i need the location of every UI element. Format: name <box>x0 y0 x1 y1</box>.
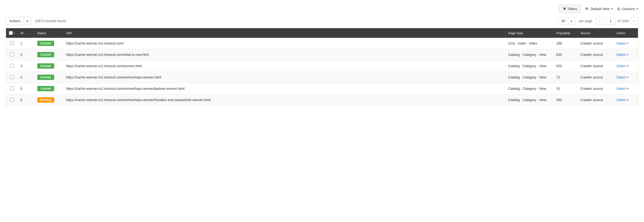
data-table: ▾ ID ↓ Status URI Page Type Popularity <box>6 28 638 106</box>
row-source: Crawler source <box>578 38 614 49</box>
row-action[interactable]: Select <box>614 60 638 72</box>
row-checkbox-cell[interactable] <box>6 94 18 106</box>
per-page-label: per page <box>579 19 592 23</box>
view-caret-icon <box>611 8 613 10</box>
toolbar-right: 20 per page ‹ of 1044 › <box>558 17 638 25</box>
status-badge: Cached <box>37 41 54 46</box>
columns-selector[interactable]: ⚙ Columns <box>617 7 638 11</box>
header-checkbox-caret-icon[interactable]: ▾ <box>14 32 15 34</box>
row-checkbox-cell[interactable] <box>6 83 18 94</box>
th-uri[interactable]: URI <box>64 28 506 38</box>
row-checkbox-cell[interactable] <box>6 60 18 72</box>
chevron-left-icon: ‹ <box>600 19 601 23</box>
row-action-select[interactable]: Select <box>616 42 636 45</box>
pagination-prev-button[interactable]: ‹ <box>596 17 604 25</box>
per-page-value: 20 <box>558 17 568 24</box>
filters-button[interactable]: Filters <box>559 5 581 13</box>
row-pagetype: Catalog · Category · View <box>506 72 554 83</box>
row-action-select[interactable]: Select <box>616 64 636 68</box>
row-action-select[interactable]: Select <box>616 87 636 90</box>
row-checkbox-cell[interactable] <box>6 38 18 49</box>
row-id: 6 <box>18 94 35 106</box>
status-badge: Cached <box>37 52 54 57</box>
columns-label: Columns <box>622 7 635 11</box>
records-count: 20873 records found <box>35 19 66 23</box>
row-source: Crawler source <box>578 49 614 60</box>
select-all-checkbox[interactable] <box>9 31 13 35</box>
row-checkbox-cell[interactable] <box>6 49 18 60</box>
row-uri: https://cache-warmer.m2.mirasvit.com/wom… <box>64 94 506 106</box>
status-badge: Cached <box>37 75 54 80</box>
chevron-right-icon: › <box>634 19 635 23</box>
table-row: 5 Cached https://cache-warmer.m2.mirasvi… <box>6 83 638 94</box>
row-action[interactable]: Select <box>614 94 638 106</box>
table-row: 2 Cached https://cache-warmer.m2.mirasvi… <box>6 49 638 60</box>
row-uri: https://cache-warmer.m2.mirasvit.com/wom… <box>64 83 506 94</box>
action-caret-icon <box>627 66 628 67</box>
th-uri-label: URI <box>66 31 72 35</box>
row-id: 2 <box>18 49 35 60</box>
row-status: Pending <box>35 94 64 106</box>
row-action-select[interactable]: Select <box>616 75 636 79</box>
row-checkbox[interactable] <box>10 75 14 79</box>
default-view-selector[interactable]: 👁 Default View <box>585 6 613 12</box>
row-status: Cached <box>35 83 64 94</box>
row-status: Cached <box>35 38 64 49</box>
th-popularity[interactable]: Popularity <box>554 28 578 38</box>
th-id[interactable]: ID ↓ <box>18 28 35 38</box>
sort-indicator-icon: ↓ <box>26 32 27 35</box>
row-id: 5 <box>18 83 35 94</box>
action-caret-icon <box>627 54 628 56</box>
gear-icon: ⚙ <box>617 7 620 11</box>
th-pagetype-label: Page Type <box>508 31 523 35</box>
row-action[interactable]: Select <box>614 83 638 94</box>
row-pagetype: Catalog · Category · View <box>506 94 554 106</box>
row-action[interactable]: Select <box>614 49 638 60</box>
row-action-select[interactable]: Select <box>616 98 636 102</box>
row-id: 4 <box>18 72 35 83</box>
row-popularity: 950 <box>554 94 578 106</box>
row-checkbox[interactable] <box>10 52 14 56</box>
row-popularity: 188 <box>554 38 578 49</box>
table-row: 3 Cached https://cache-warmer.m2.mirasvi… <box>6 60 638 72</box>
row-action-select[interactable]: Select <box>616 53 636 56</box>
row-popularity: 920 <box>554 60 578 72</box>
th-checkbox[interactable]: ▾ <box>6 28 18 38</box>
pagination-page-input[interactable] <box>606 17 615 25</box>
status-badge: Pending <box>37 97 54 102</box>
th-pagetype[interactable]: Page Type <box>506 28 554 38</box>
row-checkbox[interactable] <box>10 64 14 68</box>
columns-caret-icon <box>636 8 638 10</box>
row-action[interactable]: Select <box>614 38 638 49</box>
th-status[interactable]: Status <box>35 28 64 38</box>
row-uri: https://cache-warmer.m2.mirasvit.com/wom… <box>64 72 506 83</box>
status-badge: Cached <box>37 63 54 68</box>
th-action: Action <box>614 28 638 38</box>
row-action[interactable]: Select <box>614 72 638 83</box>
row-checkbox-cell[interactable] <box>6 72 18 83</box>
th-source[interactable]: Source <box>578 28 614 38</box>
row-checkbox[interactable] <box>10 86 14 90</box>
table-row: 1 Cached https://cache-warmer.m2.mirasvi… <box>6 38 638 49</box>
row-uri: https://cache-warmer.m2.mirasvit.com/wom… <box>64 60 506 72</box>
th-popularity-label: Popularity <box>556 31 570 35</box>
table-header-row: ▾ ID ↓ Status URI Page Type Popularity <box>6 28 638 38</box>
actions-caret-icon[interactable] <box>24 17 31 25</box>
th-action-label: Action <box>616 31 625 35</box>
pagination-next-button[interactable]: › <box>630 17 638 25</box>
row-uri: https://cache-warmer.m2.mirasvit.com/ <box>64 38 506 49</box>
row-source: Crawler source <box>578 60 614 72</box>
eye-icon: 👁 <box>585 6 589 12</box>
row-id: 3 <box>18 60 35 72</box>
row-checkbox[interactable] <box>10 98 14 102</box>
toolbar-left: Actions 20873 records found <box>6 17 66 25</box>
row-checkbox[interactable] <box>10 41 14 45</box>
filters-label: Filters <box>568 7 577 11</box>
per-page-select[interactable]: 20 <box>558 17 575 25</box>
row-popularity: 31 <box>554 83 578 94</box>
action-caret-icon <box>627 100 628 101</box>
actions-dropdown[interactable]: Actions <box>6 17 31 25</box>
per-page-caret-icon[interactable] <box>568 17 575 24</box>
th-id-label: ID <box>20 31 24 35</box>
table-row: 4 Cached https://cache-warmer.m2.mirasvi… <box>6 72 638 83</box>
